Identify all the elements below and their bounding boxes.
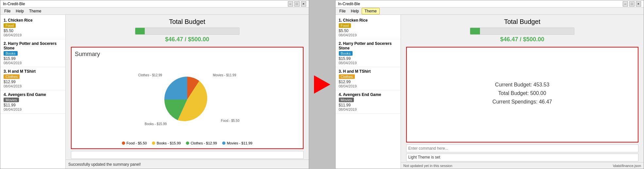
right-budget-amount: $46.47 / $500.00 — [500, 36, 544, 43]
left-date-2: 08/04/2019 — [4, 61, 62, 65]
right-title-controls: ─ □ ✕ — [623, 1, 641, 7]
left-date-1: 08/04/2019 — [4, 33, 62, 37]
right-amount-4: $11.99 — [339, 103, 397, 107]
right-command-area — [401, 144, 644, 153]
right-current-budget: Current Budget: 453.53 — [495, 82, 549, 88]
right-menu-theme[interactable]: Theme — [362, 8, 380, 14]
left-expense-list: 1. Chicken Rice Food $5.50 08/04/2019 2.… — [0, 15, 66, 169]
right-expense-item-3[interactable]: 3. H and M TShirt Clothes $12.99 08/04/2… — [336, 67, 401, 90]
left-menu-theme[interactable]: Theme — [26, 8, 44, 14]
right-expense-title-2: 2. Harry Potter and Socerers Stone — [339, 41, 397, 50]
left-legend-dot-clothes — [186, 141, 189, 145]
right-budget-bar-fill — [470, 28, 480, 34]
right-badge-food-1: Food — [339, 23, 351, 28]
left-badge-books-2: Books — [4, 51, 18, 56]
left-chart-label-movies: Movies - $11.99 — [213, 73, 236, 77]
left-status-message: Successfully updated the summary panel! — [68, 162, 141, 167]
left-chart-label-food: Food - $5.50 — [221, 119, 239, 122]
right-budget-title: Total Budget — [504, 18, 540, 26]
left-amount-1: $5.50 — [4, 28, 62, 33]
right-expense-item-1[interactable]: 1. Chicken Rice Food $5.50 08/04/2019 — [336, 16, 401, 39]
left-legend-dot-movies — [222, 141, 225, 145]
left-chart-label-clothes: Clothes - $12.99 — [138, 73, 162, 77]
right-status-right: \data\finance.json — [613, 164, 641, 168]
left-budget-bar-container — [135, 28, 239, 35]
left-title-bar: In-Credit-Ble ─ □ ✕ — [0, 0, 309, 8]
left-legend-clothes: Clothes - $12.99 — [186, 141, 217, 145]
left-budget-amount: $46.47 / $500.00 — [165, 36, 209, 43]
left-expense-item-2[interactable]: 2. Harry Potter and Socerers Stone Books… — [0, 39, 65, 67]
left-legend-food: Food - $5.50 — [122, 141, 147, 145]
right-badge-movies-4: Movies — [339, 98, 354, 102]
right-date-1: 08/04/2019 — [339, 33, 397, 37]
left-title-left: In-Credit-Ble — [3, 2, 25, 6]
right-window-content: 1. Chicken Rice Food $5.50 08/04/2019 2.… — [336, 15, 644, 169]
right-budget-header: Total Budget $46.47 / $500.00 — [401, 15, 644, 46]
right-expense-item-2[interactable]: 2. Harry Potter and Socerers Stone Books… — [336, 39, 401, 67]
left-legend: Food - $5.50 Books - $15.99 Clothes - $1… — [75, 141, 300, 145]
left-expense-item-1[interactable]: 1. Chicken Rice Food $5.50 08/04/2019 — [0, 16, 65, 39]
right-title-bar: In-Credit-Ble ─ □ ✕ — [336, 0, 644, 8]
right-date-4: 08/04/2019 — [339, 107, 397, 111]
left-summary-title: Summary — [75, 51, 300, 58]
left-input-area — [66, 150, 309, 160]
right-amount-3: $12.99 — [339, 80, 397, 84]
left-budget-header: Total Budget $46.47 / $500.00 — [66, 15, 309, 46]
left-menu-help[interactable]: Help — [13, 8, 26, 14]
left-menu-file[interactable]: File — [2, 8, 13, 14]
right-log-message: Light Theme is set — [408, 155, 440, 160]
left-legend-dot-books — [152, 141, 155, 145]
right-maximize-button[interactable]: □ — [629, 1, 635, 7]
left-legend-books: Books - $15.99 — [152, 141, 181, 145]
right-main-area: Total Budget $46.47 / $500.00 Current Bu… — [401, 15, 644, 169]
right-title-left: In-Credit-Ble — [338, 2, 360, 6]
left-chart-area: Clothes - $12.99 Movies - $11.99 — [75, 60, 300, 139]
left-budget-bar-fill — [135, 28, 145, 34]
left-expense-title-1: 1. Chicken Rice — [4, 18, 62, 23]
right-total-budget: Total Budget: 500.00 — [498, 90, 546, 96]
right-minimize-button[interactable]: ─ — [623, 1, 628, 7]
right-date-3: 08/04/2019 — [339, 84, 397, 88]
right-close-button[interactable]: ✕ — [636, 1, 641, 7]
left-window: In-Credit-Ble ─ □ ✕ File Help Theme 1. C… — [0, 0, 309, 169]
left-expense-title-4: 4. Avengers End Game — [4, 92, 62, 97]
right-status-bar: Not updated yet in this session \data\fi… — [401, 162, 644, 169]
left-expense-item-3[interactable]: 3. H and M TShirt Clothes $12.99 08/04/2… — [0, 67, 65, 90]
right-menu-bar: File Help Theme — [336, 8, 644, 15]
right-expense-list: 1. Chicken Rice Food $5.50 08/04/2019 2.… — [336, 15, 401, 169]
right-status-left: Not updated yet in this session — [404, 164, 453, 168]
left-chart-label-books: Books - $15.99 — [145, 122, 167, 126]
right-amount-2: $15.99 — [339, 56, 397, 61]
left-legend-movies: Movies - $11.99 — [222, 141, 252, 145]
left-legend-label-books: Books - $15.99 — [157, 141, 181, 145]
left-budget-title: Total Budget — [169, 18, 205, 26]
left-amount-4: $11.99 — [4, 103, 62, 107]
left-minimize-button[interactable]: ─ — [288, 1, 293, 7]
left-close-button[interactable]: ✕ — [301, 1, 306, 7]
right-expense-title-1: 1. Chicken Rice — [339, 18, 397, 23]
right-menu-file[interactable]: File — [337, 8, 348, 14]
left-title-controls: ─ □ ✕ — [288, 1, 306, 7]
left-maximize-button[interactable]: □ — [294, 1, 300, 7]
left-badge-movies-4: Movies — [4, 98, 19, 102]
right-window-title: In-Credit-Ble — [338, 2, 360, 6]
right-command-input[interactable] — [406, 144, 639, 152]
left-legend-dot-food — [122, 141, 125, 145]
right-expense-item-4[interactable]: 4. Avengers End Game Movies $11.99 08/04… — [336, 90, 401, 114]
left-expense-title-2: 2. Harry Potter and Socerers Stone — [4, 41, 62, 50]
left-command-input[interactable] — [71, 151, 304, 159]
left-main-area: Total Budget $46.47 / $500.00 Summary Cl… — [66, 15, 309, 169]
left-window-content: 1. Chicken Rice Food $5.50 08/04/2019 2.… — [0, 15, 309, 169]
left-amount-3: $12.99 — [4, 80, 62, 84]
right-log-area: Light Theme is set — [406, 154, 639, 161]
right-amount-1: $5.50 — [339, 28, 397, 33]
right-badge-clothes-3: Clothes — [339, 74, 355, 79]
right-expense-title-3: 3. H and M TShirt — [339, 69, 397, 74]
right-badge-books-2: Books — [339, 51, 353, 56]
left-expense-item-4[interactable]: 4. Avengers End Game Movies $11.99 08/04… — [0, 90, 65, 114]
right-info-panel: Current Budget: 453.53 Total Budget: 500… — [406, 47, 639, 142]
right-budget-bar-container — [470, 28, 574, 35]
right-menu-help[interactable]: Help — [348, 8, 362, 14]
right-current-spendings: Current Spendings: 46.47 — [492, 99, 552, 105]
right-date-2: 08/04/2019 — [339, 61, 397, 65]
